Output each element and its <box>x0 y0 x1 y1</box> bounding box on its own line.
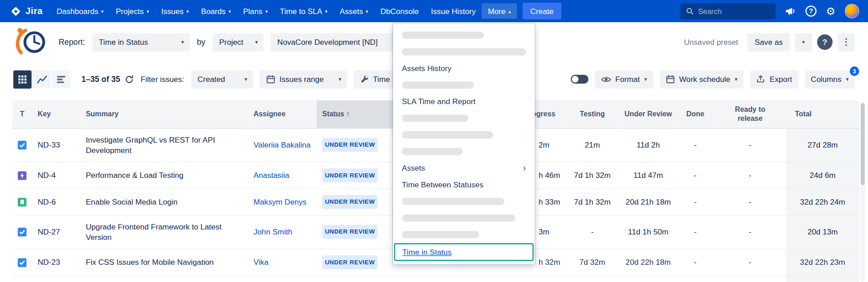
table-row: ND-10Implement Multi-Language SupportVal… <box>12 275 859 282</box>
nav-item-dbconsole[interactable]: DbConsole <box>375 3 425 19</box>
column-header-total[interactable]: Total <box>786 100 859 128</box>
result-count: 1–35 of 35 <box>81 75 120 84</box>
assignee-link[interactable]: Valeriia Bakalina <box>254 140 311 149</box>
column-header-ready-to-release[interactable]: Ready to release <box>714 100 786 128</box>
menu-item-redacted[interactable] <box>393 27 535 43</box>
type-icon-task <box>18 258 27 267</box>
nav-item-dashboards[interactable]: Dashboards▾ <box>50 3 109 19</box>
column-header-type[interactable]: T <box>12 100 32 128</box>
issue-key: ND-4 <box>32 162 80 188</box>
cell-type <box>12 275 32 282</box>
column-header-label: Done <box>686 110 704 118</box>
jira-app: Jira Dashboards▾Projects▾Issues▾Boards▾P… <box>0 0 868 282</box>
issue-summary: Enable Social Media Login <box>80 188 248 215</box>
issue-summary: Investigate GraphQL vs REST for API Deve… <box>80 128 248 162</box>
cell-status: UNDER REVIEW <box>317 215 394 249</box>
filter-created-value: Created <box>198 75 225 84</box>
refresh-button[interactable] <box>125 75 134 84</box>
nav-item-time-to-sla[interactable]: Time to SLA▾ <box>274 3 333 19</box>
line-chart-icon <box>37 75 47 83</box>
columns-button[interactable]: Columns ▾ 3 <box>805 70 854 88</box>
menu-item-redacted[interactable] <box>393 226 535 243</box>
scrollbar-thumb[interactable] <box>861 103 865 185</box>
nav-item-issues[interactable]: Issues▾ <box>155 3 195 19</box>
search-box[interactable] <box>680 3 776 19</box>
refresh-icon <box>125 75 134 84</box>
scope-select[interactable]: Project ▾ <box>213 33 264 51</box>
menu-item-assets[interactable]: Assets› <box>393 159 535 176</box>
work-schedule-button[interactable]: Work schedule ▾ <box>660 70 744 88</box>
report-overflow-button[interactable]: ⋮ <box>838 33 855 51</box>
pivot-view-button[interactable] <box>52 70 70 88</box>
menu-item-redacted[interactable] <box>393 110 535 126</box>
project-select[interactable]: NovaCore Development [ND] ▾ <box>270 33 410 51</box>
nav-item-label: Dashboards <box>57 7 98 16</box>
menu-item-time-between-statuses[interactable]: Time Between Statuses <box>393 176 535 193</box>
more-menu: Assets HistorySLA Time and ReportAssets›… <box>393 23 535 264</box>
export-button[interactable]: Export <box>750 70 798 88</box>
column-header-assignee[interactable]: Assignee <box>248 100 317 128</box>
jira-logo[interactable]: Jira <box>10 5 43 17</box>
column-header-label: Under Review <box>625 110 672 118</box>
nav-item-boards[interactable]: Boards▾ <box>195 3 237 19</box>
menu-item-redacted[interactable] <box>393 126 535 143</box>
column-header-key[interactable]: Key <box>32 100 80 128</box>
chevron-down-icon: ▾ <box>644 76 647 82</box>
cell-type <box>12 188 32 215</box>
megaphone-icon[interactable] <box>785 6 796 16</box>
cell-testing: 21m <box>564 128 620 162</box>
avatar[interactable] <box>845 4 859 19</box>
assignee-link[interactable]: John Smith <box>254 227 293 236</box>
issues-range-select[interactable]: Issues range ▾ <box>260 70 347 88</box>
nav-item-issue-history[interactable]: Issue History <box>425 3 482 19</box>
assignee-link[interactable]: Maksym Denys <box>254 197 307 206</box>
nav-item-projects[interactable]: Projects▾ <box>109 3 155 19</box>
menu-item-redacted[interactable] <box>393 43 535 60</box>
issues-range-label: Issues range <box>280 75 324 84</box>
column-header-under-review[interactable]: Under Review <box>620 100 677 128</box>
report-help-button[interactable]: ? <box>817 34 832 50</box>
grid-view-button[interactable] <box>13 70 31 88</box>
nav-item-label: Time to SLA <box>280 7 323 16</box>
gear-icon[interactable]: ⚙ <box>826 6 835 16</box>
nav-item-assets[interactable]: Assets▾ <box>334 3 375 19</box>
column-header-testing[interactable]: Testing <box>564 100 620 128</box>
menu-item-redacted[interactable] <box>393 193 535 210</box>
column-header-status[interactable]: Status↑ <box>317 100 394 128</box>
menu-item-redacted[interactable] <box>393 76 535 93</box>
column-header-label: Status <box>322 110 344 118</box>
format-button[interactable]: Format ▾ <box>595 70 653 88</box>
redacted-text-bar <box>402 214 516 221</box>
assignee-link[interactable]: Vika <box>254 257 269 266</box>
cell-done: - <box>677 128 714 162</box>
chevron-down-icon: ▾ <box>802 39 805 45</box>
cell-assignee: Valeriia Bakalina <box>248 128 317 162</box>
menu-item-sla-time-and-report[interactable]: SLA Time and Report <box>393 93 535 110</box>
chevron-up-icon: ▴ <box>508 9 511 14</box>
nav-item-more[interactable]: More▴ <box>482 3 517 19</box>
jira-logo-icon <box>10 5 22 17</box>
chart-view-button[interactable] <box>33 70 51 88</box>
menu-item-assets-history[interactable]: Assets History <box>393 60 535 76</box>
chevron-right-icon: › <box>523 163 526 172</box>
menu-item-redacted[interactable] <box>393 210 535 226</box>
nav-item-plans[interactable]: Plans▾ <box>237 3 274 19</box>
create-button[interactable]: Create <box>522 3 561 19</box>
search-input[interactable] <box>698 7 770 15</box>
chevron-down-icon: ▾ <box>181 39 184 45</box>
cell-type <box>12 128 32 162</box>
toggle-switch[interactable] <box>570 75 588 84</box>
report-type-select[interactable]: Time in Status ▾ <box>92 33 190 51</box>
cell-total: 27d 28m <box>786 128 859 162</box>
column-header-done[interactable]: Done <box>677 100 714 128</box>
export-label: Export <box>769 75 792 84</box>
column-header-summary[interactable]: Summary <box>80 100 248 128</box>
filter-created-select[interactable]: Created ▾ <box>191 70 253 88</box>
save-as-chevron-button[interactable]: ▾ <box>795 33 812 51</box>
save-as-button[interactable]: Save as <box>748 33 790 51</box>
menu-item-time-in-status[interactable]: Time in Status <box>394 243 533 261</box>
help-icon[interactable]: ? <box>806 5 816 16</box>
assignee-link[interactable]: Anastasiia <box>254 170 289 179</box>
columns-label: Columns <box>811 75 842 84</box>
menu-item-redacted[interactable] <box>393 143 535 160</box>
